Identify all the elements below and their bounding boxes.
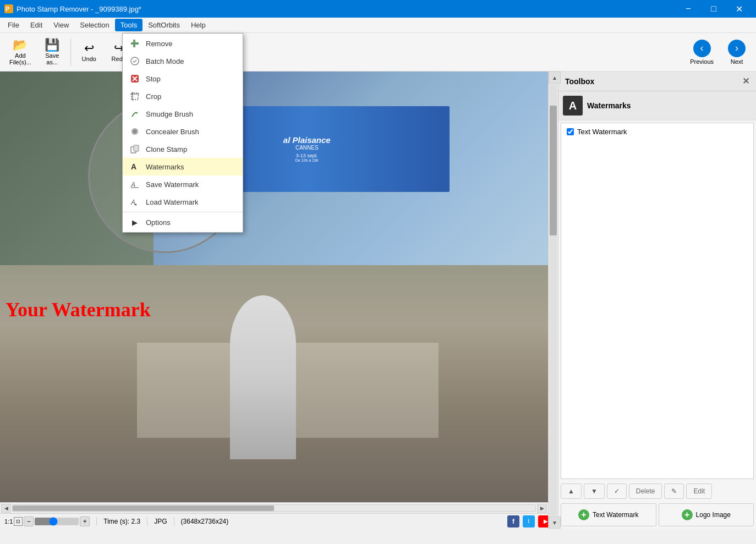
svg-rect-14 [134,145,139,151]
next-button[interactable]: › Next [722,37,752,68]
previous-label: Previous [690,58,714,65]
toggle-button[interactable]: ✓ [607,483,627,499]
toolbox-panel: Toolbox ✕ A Watermarks Text Watermark ▲ … [558,72,756,529]
svg-point-12 [133,130,136,133]
add-files-button[interactable]: 📂 AddFile(s)... [4,36,36,68]
next-icon: › [728,40,746,57]
save-as-button[interactable]: 💾 Saveas... [39,36,66,68]
v-scroll-thumb[interactable] [550,106,557,235]
svg-text:A: A [131,162,136,171]
toolbox-header-left: Toolbox [565,77,594,86]
smudge-label: Smudge Brush [146,110,193,118]
maximize-button[interactable]: □ [701,0,726,18]
zoom-fit-button[interactable]: ⊡ [14,517,23,526]
menu-stop[interactable]: Stop [123,70,243,87]
list-item[interactable]: Text Watermark [563,125,751,138]
sign-text-4: De 10h à 19h [295,158,319,162]
load-watermark-icon: A [129,196,140,207]
watermarks-title: Watermarks [587,101,631,110]
status-sep-1 [96,517,97,526]
sign-text-3: 3-13 sept. [296,153,318,158]
menu-softorbits[interactable]: SoftOrbits [143,19,185,31]
add-logo-button[interactable]: + Logo Image [659,503,754,526]
h-scroll-thumb[interactable] [13,505,274,511]
watermarks-menu-label: Watermarks [146,163,184,171]
scroll-left-button[interactable]: ◀ [1,504,11,513]
edit-button[interactable]: Edit [686,483,712,499]
stop-icon [129,73,140,84]
status-sep-3 [174,517,174,526]
title-bar-controls: − □ ✕ [676,0,752,18]
toolbox-close-button[interactable]: ✕ [742,76,749,86]
h-scroll-track [12,504,536,512]
menu-smudge[interactable]: Smudge Brush [123,105,243,123]
menu-load-watermark[interactable]: A Load Watermark [123,193,243,211]
watermark-checkbox[interactable] [567,128,574,135]
save-as-icon: 💾 [45,39,59,51]
format-label: JPG [154,518,167,525]
stop-label: Stop [146,75,161,83]
status-bar: 1:1 ⊡ − + Time (s): 2.3 JPG (3648x2736x2… [0,513,558,529]
svg-text:P: P [6,6,9,12]
load-watermark-label: Load Watermark [146,198,199,206]
zoom-level: 1:1 [4,518,13,525]
menu-crop[interactable]: Crop [123,87,243,105]
menu-clone[interactable]: Clone Stamp [123,140,243,158]
concealer-icon [129,126,140,137]
menu-tools[interactable]: Tools [115,19,143,31]
watermark-list: Text Watermark [561,123,754,479]
save-as-label: Saveas... [45,52,59,65]
svg-text:A: A [130,199,135,206]
concealer-label: Concealer Brush [146,128,199,136]
undo-button[interactable]: ↩ Undo [75,40,103,65]
previous-button[interactable]: ‹ Previous [684,37,720,68]
menu-batch-mode[interactable]: Batch Mode [123,52,243,70]
close-button[interactable]: ✕ [726,0,752,18]
options-label: Options [146,218,171,227]
add-logo-label: Logo Image [696,511,731,519]
toolbox-title: Toolbox [565,77,594,86]
menu-concealer[interactable]: Concealer Brush [123,123,243,140]
menu-save-watermark[interactable]: A Save Watermark [123,175,243,193]
scroll-right-button[interactable]: ▶ [537,504,547,513]
nav-buttons: ‹ Previous › Next [684,37,752,68]
menu-remove[interactable]: Remove [123,35,243,52]
menu-selection[interactable]: Selection [74,19,114,31]
edit-icon-button[interactable]: ✎ [664,483,684,499]
watermarks-icon: A [563,96,583,116]
delete-button[interactable]: Delete [629,483,662,499]
minimize-button[interactable]: − [676,0,701,18]
tools-dropdown-menu: Remove Batch Mode Stop Cro [122,33,243,233]
watermarks-menu-icon: A [129,161,140,172]
add-text-watermark-button[interactable]: + Text Watermark [561,503,656,526]
zoom-out-button[interactable]: − [24,516,34,526]
move-down-button[interactable]: ▼ [584,483,605,499]
v-scrollbar: ▲ ▼ [548,72,558,529]
canvas-area[interactable]: al Plaisance CANNES 3-13 sept. De 10h à … [0,72,548,502]
h-scrollbar: ◀ ▶ [0,502,548,513]
batch-mode-label: Batch Mode [146,57,184,65]
time-label: Time (s): 2.3 [103,518,140,525]
scroll-up-button[interactable]: ▲ [549,72,561,84]
menu-view[interactable]: View [48,19,74,31]
menu-bar: File Edit View Selection Tools SoftOrbit… [0,18,756,33]
window-title: Photo Stamp Remover - _9099389.jpg* [17,5,141,13]
menu-file[interactable]: File [2,19,25,31]
remove-icon [129,38,140,49]
move-up-button[interactable]: ▲ [561,483,582,499]
menu-options[interactable]: ▶ Options [123,213,243,231]
zoom-slider[interactable] [35,518,79,525]
batch-mode-icon [129,56,140,67]
scroll-down-button[interactable]: ▼ [549,516,561,529]
zoom-in-button[interactable]: + [80,516,90,526]
menu-edit[interactable]: Edit [25,19,48,31]
menu-help[interactable]: Help [185,19,211,31]
add-buttons: + Text Watermark + Logo Image [558,501,756,529]
twitter-button[interactable]: t [523,515,535,527]
clone-label: Clone Stamp [146,145,187,153]
menu-watermarks[interactable]: A Watermarks [123,158,243,175]
crop-icon [129,91,140,102]
photo-person [230,295,296,459]
facebook-button[interactable]: f [507,515,519,527]
sign-text-1: al Plaisance [283,135,331,145]
